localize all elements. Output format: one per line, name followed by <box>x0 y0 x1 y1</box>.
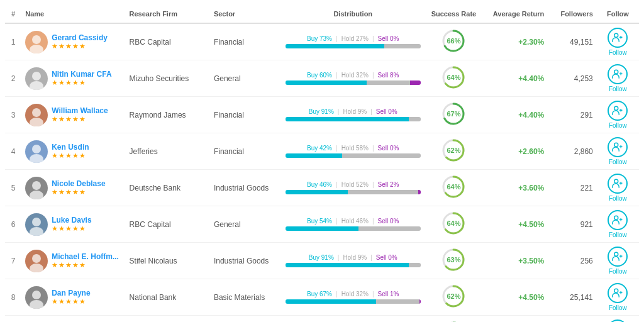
follow-label: Follow <box>609 158 627 165</box>
gauge: 62% <box>441 138 466 163</box>
follow-cell[interactable]: Follow <box>597 279 639 316</box>
bar-buy <box>286 153 342 158</box>
analyst-name-link[interactable]: Nicole Deblase <box>52 179 105 188</box>
dist-labels: Buy 73% | Hold 27% | Sell 0% <box>286 35 421 42</box>
follow-button[interactable]: Follow <box>601 319 635 322</box>
hold-label: Hold 58% <box>341 145 369 152</box>
hold-label: Hold 9% <box>343 108 367 115</box>
svg-point-18 <box>614 106 618 110</box>
follow-cell[interactable]: Follow <box>597 243 639 279</box>
success-cell: 62% <box>425 279 483 316</box>
distribution-cell: Buy 46% | Hold 52% | Sell 2% <box>282 170 425 206</box>
followers-value: 25,141 <box>570 293 593 302</box>
follow-icon <box>608 174 628 194</box>
follow-cell[interactable]: Follow <box>597 206 639 243</box>
analyst-name-link[interactable]: Luke Davis <box>52 216 91 225</box>
sell-label: Sell 0% <box>376 254 397 261</box>
name-info: Nitin Kumar CFA ★★★★★ <box>52 70 111 87</box>
dist-bar <box>286 190 421 194</box>
followers-value: 921 <box>580 220 593 229</box>
follow-button[interactable]: Follow <box>601 64 635 92</box>
bar-sell <box>410 80 421 85</box>
followers-cell: 2,860 <box>548 133 597 170</box>
gauge-value: 64% <box>447 183 460 191</box>
follow-label: Follow <box>609 231 627 238</box>
followers-cell: 256 <box>548 243 597 279</box>
analyst-avatar <box>25 140 48 163</box>
name-info: Dan Payne ★★★★★ <box>52 289 90 306</box>
avg-return-value: +3.50% <box>518 257 544 265</box>
distribution-cell: Buy 60% | Hold 32% | Sell 8% <box>282 60 425 97</box>
svg-point-11 <box>614 70 618 74</box>
dist-labels: Buy 60% | Hold 32% | Sell 8% <box>286 72 421 79</box>
table-row: 1 Gerard Cassidy ★★★★★ RBC Capital Finan… <box>5 23 639 60</box>
avg-return-cell: +3.50% <box>483 243 548 279</box>
analysts-table: # Name Research Firm Sector Distribution… <box>5 5 639 322</box>
analyst-name-link[interactable]: Nitin Kumar CFA <box>52 70 111 79</box>
analyst-name-link[interactable]: Dan Payne <box>52 289 90 297</box>
analyst-stars: ★★★★★ <box>52 79 111 87</box>
col-header-name: Name <box>21 5 125 23</box>
sector-cell: General <box>210 60 282 97</box>
analyst-avatar <box>25 250 48 272</box>
svg-point-43 <box>30 264 43 272</box>
followers-cell: 291 <box>548 97 597 133</box>
svg-point-25 <box>614 143 618 147</box>
avg-return-value: +3.60% <box>518 184 544 192</box>
follow-cell[interactable]: Follow <box>597 60 639 97</box>
success-cell: 66% <box>425 23 483 60</box>
dist-labels: Buy 42% | Hold 58% | Sell 0% <box>286 145 421 152</box>
svg-point-0 <box>32 35 41 44</box>
dist-labels: Buy 91% | Hold 9% | Sell 0% <box>286 108 421 115</box>
bar-hold <box>348 190 418 194</box>
gauge-value: 63% <box>447 256 460 264</box>
avg-return-cell: +4.50% <box>483 279 548 316</box>
analyst-name-link[interactable]: Michael E. Hoffm... <box>52 252 119 261</box>
bar-hold <box>409 263 421 267</box>
follow-button[interactable]: Follow <box>601 28 635 56</box>
table-row: 5 Nicole Deblase ★★★★★ Deutsche Bank Ind… <box>5 170 639 206</box>
hold-label: Hold 52% <box>341 181 369 188</box>
analyst-name-link[interactable]: Ken Usdin <box>52 143 89 152</box>
dist-bar <box>286 117 421 121</box>
analyst-name-link[interactable]: Gerard Cassidy <box>52 33 108 42</box>
svg-point-4 <box>614 33 618 37</box>
follow-cell[interactable]: Follow <box>597 23 639 60</box>
svg-point-29 <box>30 191 43 199</box>
analyst-avatar <box>25 286 48 309</box>
follow-button[interactable]: Follow <box>601 174 635 202</box>
follow-button[interactable]: Follow <box>601 283 635 311</box>
follow-icon <box>608 283 628 303</box>
follow-cell[interactable]: Follow <box>597 170 639 206</box>
name-cell: William Wallace ★★★★★ <box>21 97 125 133</box>
follow-cell[interactable]: Follow <box>597 97 639 133</box>
follow-label: Follow <box>609 86 627 92</box>
success-cell: 67% <box>425 97 483 133</box>
rank-cell: 3 <box>5 97 21 133</box>
svg-point-42 <box>32 254 41 263</box>
dist-bar <box>286 44 421 48</box>
follow-cell[interactable]: Follow <box>597 316 639 323</box>
sector-cell: Basic Materials <box>210 279 282 316</box>
bar-hold <box>376 299 419 304</box>
table-header-row: # Name Research Firm Sector Distribution… <box>5 5 639 23</box>
sector-cell: Financial <box>210 23 282 60</box>
follow-button[interactable]: Follow <box>601 247 635 275</box>
follow-button[interactable]: Follow <box>601 137 635 165</box>
follow-button[interactable]: Follow <box>601 101 635 129</box>
follow-button[interactable]: Follow <box>601 210 635 238</box>
follow-label: Follow <box>609 304 627 311</box>
analyst-name-link[interactable]: William Wallace <box>52 106 108 115</box>
bar-hold <box>409 117 421 121</box>
hold-label: Hold 46% <box>341 218 369 225</box>
follow-cell[interactable]: Follow <box>597 133 639 170</box>
col-header-firm: Research Firm <box>126 5 210 23</box>
table-row: 2 Nitin Kumar CFA ★★★★★ Mizuho Securitie… <box>5 60 639 97</box>
dist-labels: Buy 67% | Hold 32% | Sell 1% <box>286 291 421 297</box>
name-info: William Wallace ★★★★★ <box>52 106 108 123</box>
sell-label: Sell 0% <box>376 108 397 115</box>
sector-cell: Industrial Goods <box>210 170 282 206</box>
avg-return-cell: +2.60% <box>483 133 548 170</box>
followers-cell: 5,576 <box>548 316 597 323</box>
success-cell: 64% <box>425 206 483 243</box>
